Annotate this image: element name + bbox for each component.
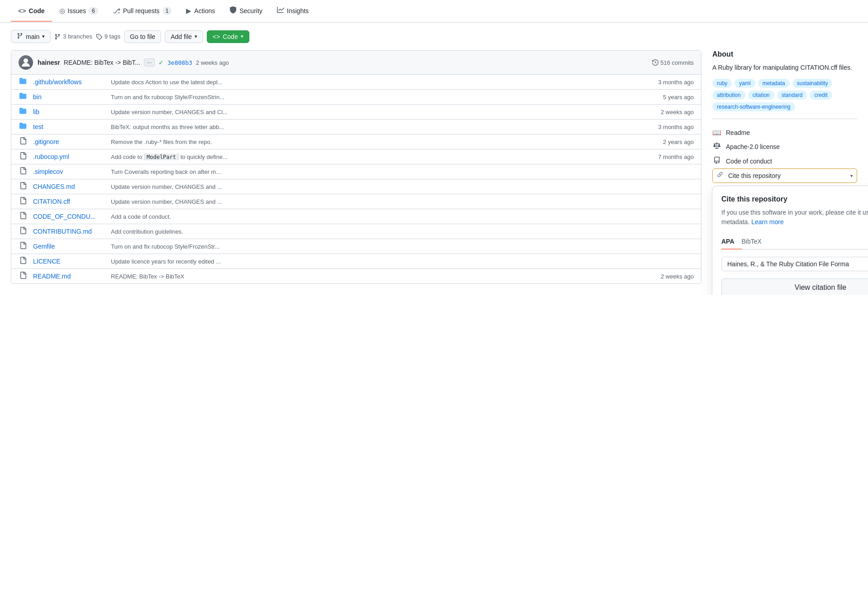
cite-tab-apa[interactable]: APA <box>721 234 742 250</box>
file-name[interactable]: CITATION.cff <box>33 198 105 205</box>
file-commit-message: Update docs Action to use the latest dep… <box>111 79 634 86</box>
commit-ellipsis[interactable]: ··· <box>144 58 155 67</box>
file-commit-message: Update version number, CHANGES and Cl... <box>111 109 634 115</box>
code-button-icon: <> <box>213 33 220 40</box>
tag[interactable]: yaml <box>734 79 755 88</box>
pull-requests-badge: 1 <box>162 7 172 15</box>
citation-text-field: Haines, R., & The Ruby Citation File For… <box>721 257 868 271</box>
cite-tab-bibtex[interactable]: BibTeX <box>742 234 769 250</box>
nav-label-pull-requests: Pull requests <box>123 7 160 14</box>
readme-icon: 📖 <box>712 128 721 137</box>
commit-hash[interactable]: 3e808b3 <box>167 59 192 66</box>
about-section: About A Ruby library for manipulating CI… <box>712 50 857 183</box>
nav-item-issues[interactable]: ◎ Issues 6 <box>52 0 105 22</box>
file-name[interactable]: .gitignore <box>33 138 105 145</box>
tags-count[interactable]: 9 tags <box>96 33 120 40</box>
issues-badge: 6 <box>89 7 98 15</box>
goto-file-button[interactable]: Go to file <box>124 30 161 43</box>
nav-label-insights: Insights <box>287 7 309 14</box>
readme-link[interactable]: 📖 Readme <box>712 125 857 139</box>
nav-item-insights[interactable]: Insights <box>270 0 316 22</box>
nav-item-actions[interactable]: ▶ Actions <box>179 0 222 22</box>
tag[interactable]: credit <box>810 91 832 100</box>
file-name[interactable]: CHANGES.md <box>33 183 105 190</box>
file-name[interactable]: .simplecov <box>33 168 105 175</box>
tag[interactable]: attribution <box>712 91 745 100</box>
about-description: A Ruby library for manipulating CITATION… <box>712 63 857 72</box>
nav-item-pull-requests[interactable]: ⎇ Pull requests 1 <box>105 0 179 22</box>
file-icon <box>19 152 28 161</box>
file-icon <box>19 227 28 236</box>
file-row: README.mdREADME: BibTex -> BibTeX2 weeks… <box>11 269 701 283</box>
cite-label: Cite this repository <box>728 172 781 179</box>
cite-repository-button[interactable]: Cite this repository ▾ <box>712 168 857 183</box>
learn-more-link[interactable]: Learn more <box>751 218 784 226</box>
cite-wrapper: Cite this repository ▾ Cite this reposit… <box>712 168 857 183</box>
file-commit-message: Update licence years for recently edited… <box>111 258 634 265</box>
file-name[interactable]: CONTRIBUTING.md <box>33 228 105 235</box>
file-commit-message: Add code to ModelPart to quickly define.… <box>111 154 634 160</box>
tag[interactable]: research-software-engineering <box>712 102 795 111</box>
commit-author[interactable]: hainesr <box>38 59 60 66</box>
file-name[interactable]: .rubocop.yml <box>33 153 105 160</box>
view-citation-button[interactable]: View citation file <box>721 278 868 295</box>
file-time: 3 months ago <box>639 124 694 130</box>
file-commit-message: README: BibTex -> BibTeX <box>111 273 634 280</box>
file-name[interactable]: Gemfile <box>33 243 105 250</box>
file-commit-message: Update version number, CHANGES and ... <box>111 183 634 190</box>
tag[interactable]: metadata <box>758 79 790 88</box>
file-name[interactable]: README.md <box>33 273 105 280</box>
file-name[interactable]: bin <box>33 93 105 101</box>
file-icon <box>19 257 28 266</box>
file-table: hainesr README: BibTex -> BibT... ··· ✓ … <box>11 50 701 284</box>
branches-count-label: 3 branches <box>63 33 92 40</box>
tag[interactable]: standard <box>777 91 807 100</box>
file-name[interactable]: lib <box>33 108 105 115</box>
branch-selector[interactable]: main ▾ <box>11 30 51 43</box>
file-row: testBibTeX: output months as three lette… <box>11 120 701 134</box>
cite-popup-desc-text: If you use this software in your work, p… <box>721 209 868 226</box>
file-row: .simplecovTurn Coveralls reporting back … <box>11 164 701 179</box>
tags-count-label: 9 tags <box>105 33 120 40</box>
tags-container: rubyyamlmetadatasustainabilityattributio… <box>712 79 857 111</box>
nav-item-security[interactable]: Security <box>222 0 270 22</box>
file-icon <box>19 242 28 251</box>
file-commit-message: Turn on and fix rubocop Style/FrozenStri… <box>111 94 634 101</box>
license-link[interactable]: Apache-2.0 license <box>712 139 857 154</box>
tag[interactable]: citation <box>748 91 774 100</box>
file-name[interactable]: CODE_OF_CONDU... <box>33 213 105 220</box>
insights-icon <box>277 6 284 15</box>
file-row: LICENCEUpdate licence years for recently… <box>11 254 701 269</box>
commit-message: README: BibTex -> BibT... <box>64 59 140 66</box>
file-name[interactable]: .github/workflows <box>33 78 105 86</box>
code-of-conduct-link[interactable]: Code of conduct <box>712 154 857 168</box>
file-row: CODE_OF_CONDU...Add a code of conduct. <box>11 209 701 224</box>
file-name[interactable]: test <box>33 123 105 130</box>
add-file-label: Add file <box>171 33 192 40</box>
file-row: .github/workflowsUpdate docs Action to u… <box>11 75 701 90</box>
file-row: libUpdate version number, CHANGES and Cl… <box>11 105 701 120</box>
tag[interactable]: sustainability <box>792 79 833 88</box>
file-commit-message: Update version number, CHANGES and ... <box>111 198 634 205</box>
nav-label-code: Code <box>29 7 45 14</box>
file-commit-message: Turn Coveralls reporting back on after m… <box>111 168 634 175</box>
commit-count[interactable]: 516 commits <box>652 59 694 66</box>
branch-label: main <box>26 33 39 40</box>
branch-count[interactable]: 3 branches <box>54 33 92 40</box>
add-file-button[interactable]: Add file ▾ <box>165 30 203 43</box>
commit-info: hainesr README: BibTex -> BibT... ··· ✓ … <box>38 58 648 67</box>
nav-item-code[interactable]: <> Code <box>11 0 52 22</box>
file-icon <box>19 272 28 281</box>
code-button[interactable]: <> Code ▾ <box>207 30 249 43</box>
nav-bar: <> Code ◎ Issues 6 ⎇ Pull requests 1 ▶ A… <box>0 0 868 23</box>
avatar <box>19 55 33 70</box>
tag[interactable]: ruby <box>712 79 732 88</box>
file-icon <box>19 182 28 191</box>
sidebar: About A Ruby library for manipulating CI… <box>712 50 857 284</box>
cite-popup-description: If you use this software in your work, p… <box>721 208 868 227</box>
security-icon <box>229 6 237 15</box>
file-name[interactable]: LICENCE <box>33 258 105 265</box>
actions-icon: ▶ <box>186 7 191 15</box>
code-chevron-icon: ▾ <box>241 34 243 39</box>
file-row: binTurn on and fix rubocop Style/FrozenS… <box>11 90 701 105</box>
